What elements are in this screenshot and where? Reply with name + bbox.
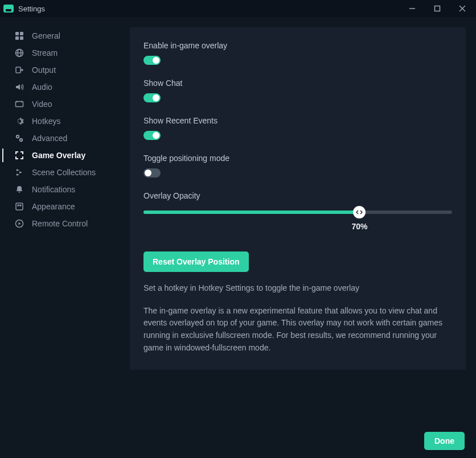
output-icon [15,65,24,75]
setting-label: Toggle positioning mode [143,154,452,163]
sidebar-item-general[interactable]: General [0,27,130,44]
svg-rect-4 [15,32,19,35]
sidebar-item-game-overlay[interactable]: Game Overlay [0,147,130,164]
svg-rect-11 [16,67,20,73]
sidebar-item-label: Hotkeys [32,117,61,126]
maximize-icon [434,5,441,12]
minimize-button[interactable] [402,0,422,17]
done-button[interactable]: Done [424,432,465,450]
svg-rect-7 [20,36,23,40]
setting-show-chat: Show Chat [143,79,452,102]
slider-value: 70% [351,222,367,231]
setting-label: Show Recent Events [143,116,452,125]
svg-point-14 [21,101,22,102]
setting-enable-overlay: Enable in-game overlay [143,41,452,65]
appearance-icon [15,202,24,211]
sidebar-item-label: Appearance [32,202,75,211]
sidebar-item-stream[interactable]: Stream [0,44,130,61]
svg-point-17 [17,136,18,137]
grid-icon [15,31,24,40]
bell-icon [15,185,24,194]
opacity-slider[interactable]: 70% [143,206,452,232]
setting-show-events: Show Recent Events [143,116,452,140]
svg-point-21 [20,205,21,206]
sidebar-item-label: Notifications [32,185,75,194]
settings-panel: Enable in-game overlay Show Chat Show Re… [130,27,466,370]
overlay-description: The in-game overlay is a new experimenta… [143,305,452,354]
sidebar-item-label: Advanced [32,134,67,143]
setting-label: Show Chat [143,79,452,88]
maximize-button[interactable] [427,0,448,17]
titlebar: Settings [0,0,476,17]
toggle-show-chat[interactable] [143,93,161,102]
svg-point-18 [20,139,22,141]
slider-fill [143,211,359,214]
toggle-show-events[interactable] [143,131,161,140]
app-icon [3,5,14,13]
sidebar-item-label: Scene Collections [32,168,96,177]
window-title: Settings [18,5,45,13]
sidebar-item-output[interactable]: Output [0,61,130,79]
audio-icon [15,82,24,92]
svg-rect-12 [16,102,23,107]
svg-point-13 [17,101,17,102]
setting-positioning: Toggle positioning mode [143,154,452,178]
gear-icon [15,117,24,126]
svg-rect-5 [20,32,23,35]
sidebar-item-notifications[interactable]: Notifications [0,181,130,198]
cogs-icon [15,134,24,143]
minimize-icon [409,5,416,12]
setting-label: Overlay Opacity [143,191,452,200]
video-icon [15,100,24,109]
sidebar-item-label: Remote Control [32,219,88,228]
sidebar-item-hotkeys[interactable]: Hotkeys [0,113,130,130]
collections-icon [15,168,24,177]
sidebar-item-label: General [32,31,60,40]
sidebar-item-label: Output [32,65,56,75]
setting-label: Enable in-game overlay [143,41,452,50]
svg-point-20 [18,205,19,206]
sidebar: General Stream Output Audio Video Hotkey… [0,17,130,424]
sidebar-item-label: Game Overlay [32,151,85,160]
sidebar-item-advanced[interactable]: Advanced [0,130,130,147]
sidebar-item-scene-collections[interactable]: Scene Collections [0,164,130,181]
setting-opacity: Overlay Opacity 70% [143,191,452,232]
close-button[interactable] [452,0,473,17]
svg-rect-19 [16,203,23,210]
sidebar-item-video[interactable]: Video [0,96,130,113]
footer: Done [0,424,476,458]
overlay-icon [15,151,24,160]
sidebar-item-label: Stream [32,48,58,57]
reset-overlay-button[interactable]: Reset Overlay Position [143,251,249,272]
sidebar-item-appearance[interactable]: Appearance [0,198,130,215]
sidebar-item-label: Audio [32,82,52,92]
sidebar-item-audio[interactable]: Audio [0,79,130,96]
play-circle-icon [15,219,24,228]
toggle-positioning[interactable] [143,168,161,178]
svg-rect-1 [435,6,440,11]
svg-rect-6 [15,36,19,40]
toggle-enable-overlay[interactable] [143,56,161,65]
sidebar-item-remote-control[interactable]: Remote Control [0,215,130,232]
hotkey-hint: Set a hotkey in Hotkey Settings to toggl… [143,282,452,295]
close-icon [459,5,466,12]
globe-icon [15,48,24,57]
slider-thumb[interactable] [353,206,366,218]
sidebar-item-label: Video [32,100,52,109]
